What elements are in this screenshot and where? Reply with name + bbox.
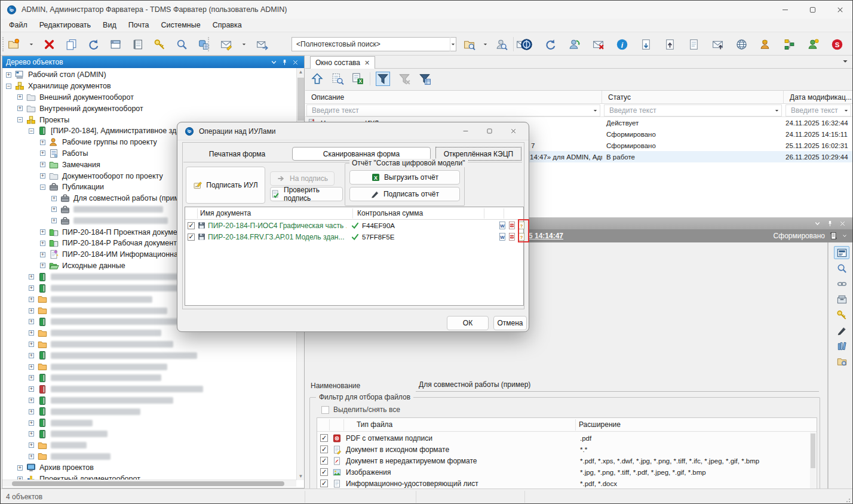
filter-edit-button[interactable]	[418, 72, 432, 86]
fulltext-search-combo[interactable]: <Полнотекстовый поиск>	[292, 37, 456, 51]
expand-toggle[interactable]: +	[17, 106, 23, 111]
sign-report-button[interactable]: Подписать отчёт	[349, 187, 460, 201]
expand-toggle[interactable]: +	[40, 173, 45, 179]
export-report-button[interactable]: X Выгрузить отчёт	[349, 170, 460, 185]
file-type-checkbox[interactable]: ✓	[320, 468, 328, 476]
tree-item-blurred-26[interactable]: +	[2, 361, 296, 373]
delete-button[interactable]	[42, 37, 56, 51]
filter-input-status[interactable]	[605, 106, 772, 115]
chevron-down-icon[interactable]	[842, 58, 849, 65]
expand-toggle[interactable]: +	[29, 398, 34, 403]
tree-item-0[interactable]: +Рабочий стол (ADMIN)	[2, 69, 296, 81]
new-object-button[interactable]	[6, 37, 20, 51]
scroll-down-arrow[interactable]: ▼	[297, 472, 305, 480]
expand-toggle[interactable]: +	[29, 454, 34, 459]
filter-button[interactable]	[376, 72, 390, 86]
doc-download-button[interactable]	[639, 37, 653, 51]
expand-toggle[interactable]: −	[29, 128, 34, 134]
file-type-checkbox[interactable]: ✓	[320, 480, 328, 487]
cancel-button[interactable]: Отмена	[493, 316, 527, 330]
expand-toggle[interactable]: +	[17, 465, 23, 471]
org-tree-button[interactable]	[782, 37, 796, 51]
scrollbar-thumb[interactable]	[12, 481, 284, 486]
close-button[interactable]	[826, 1, 853, 19]
file-type-row[interactable]: ✓Информационно-удостоверяющий лист*.pdf,…	[317, 478, 809, 489]
doc-upload-button[interactable]	[662, 37, 677, 51]
chevron-down-icon[interactable]	[270, 59, 278, 66]
user-crown-button[interactable]	[758, 37, 772, 51]
column-header-description[interactable]: Описание	[305, 91, 602, 104]
expand-toggle[interactable]: +	[29, 442, 34, 448]
document-row[interactable]: ✓ПИР-20-184.FRV.ГЗ.АР.01 Модель здан...5…	[185, 231, 523, 242]
copy-button[interactable]	[64, 37, 78, 51]
expand-toggle[interactable]: −	[40, 185, 45, 190]
menu-item-справка[interactable]: Справка	[207, 20, 248, 30]
column-header-doc-name[interactable]: Имя документа	[200, 209, 251, 217]
file-type-row[interactable]: ✓PDF с отметками подписи.pdf	[317, 432, 809, 444]
expand-toggle[interactable]: +	[17, 94, 23, 100]
pin-icon[interactable]	[281, 59, 289, 66]
dialog-close-button[interactable]	[501, 122, 525, 140]
filter-cell-status[interactable]	[604, 105, 782, 116]
expand-toggle[interactable]: +	[29, 431, 34, 437]
file-type-row[interactable]: ✓Документ в нередактируемом формате*.pdf…	[317, 455, 809, 466]
document-row[interactable]: ✓ПИР-20-184-П-ИОС4 Графическая часть ...…	[185, 220, 523, 231]
word-icon[interactable]: W	[498, 221, 507, 230]
dialog-title-bar[interactable]: Ф Операции над ИУЛами	[177, 122, 529, 140]
expand-toggle[interactable]: +	[51, 207, 57, 212]
tree-item-blurred-33[interactable]: +	[2, 440, 296, 451]
expand-toggle[interactable]: +	[29, 274, 34, 279]
pdf-icon[interactable]: PDF	[508, 221, 516, 230]
expand-toggle[interactable]: +	[29, 386, 34, 392]
minimize-button[interactable]	[771, 1, 799, 19]
expand-toggle[interactable]: +	[29, 375, 34, 380]
folder-search-button[interactable]	[462, 37, 476, 51]
column-header-extension[interactable]: Расширение	[579, 420, 621, 429]
file-type-checkbox[interactable]: ✓	[320, 457, 328, 465]
books-button[interactable]	[834, 339, 849, 352]
search-button[interactable]	[174, 37, 189, 51]
up-button[interactable]	[310, 72, 324, 86]
filter-cell-date[interactable]	[786, 105, 851, 116]
toolbar-grip[interactable]	[208, 37, 210, 51]
tree-item-3[interactable]: +Внутренний документооборот	[2, 103, 296, 114]
archive-button[interactable]	[834, 293, 849, 306]
link-button[interactable]	[834, 277, 849, 290]
chevron-down-icon[interactable]	[772, 103, 781, 118]
tab-printed-form[interactable]: Печатная форма	[184, 147, 290, 161]
pane-splitter[interactable]	[827, 242, 829, 488]
expand-toggle[interactable]: −	[6, 84, 11, 89]
document-checkbox[interactable]: ✓	[188, 233, 195, 241]
menu-item-файл[interactable]: Файл	[3, 20, 33, 30]
user-search-button[interactable]	[494, 37, 508, 51]
excel-export-button[interactable]: X	[351, 72, 365, 86]
resize-grip[interactable]	[846, 497, 852, 503]
word-icon[interactable]: W	[498, 232, 507, 241]
expand-toggle[interactable]: +	[29, 409, 34, 414]
file-type-checkbox[interactable]: ✓	[320, 445, 328, 453]
select-all-checkbox[interactable]	[321, 406, 329, 414]
expand-toggle[interactable]: +	[40, 229, 45, 235]
expand-toggle[interactable]: +	[40, 252, 45, 257]
window-button[interactable]	[108, 37, 122, 51]
ok-button[interactable]: ОК	[447, 316, 489, 330]
chevron-down-icon[interactable]	[814, 220, 821, 228]
document-checkbox[interactable]: ✓	[188, 222, 195, 229]
tree-item-blurred-31[interactable]: +	[2, 417, 296, 429]
info-button[interactable]: i	[615, 37, 629, 51]
tree-item-1[interactable]: −Хранилище документов	[2, 81, 296, 92]
select-all-row[interactable]: Выделить/снять все	[321, 405, 400, 414]
expand-toggle[interactable]: +	[29, 420, 34, 426]
menu-item-редактировать[interactable]: Редактировать	[33, 20, 97, 30]
tree-item-2[interactable]: +Внешний документооборот	[2, 92, 296, 103]
tree-item-blurred-30[interactable]: +	[2, 406, 296, 417]
expand-toggle[interactable]: +	[29, 342, 34, 347]
tab-close-icon[interactable]: ✕	[364, 59, 370, 67]
folder-gear-button[interactable]	[834, 355, 849, 368]
expand-toggle[interactable]: +	[29, 308, 34, 314]
document-title[interactable]: 5 14:14:47	[529, 232, 563, 240]
tree-horizontal-scrollbar[interactable]	[2, 480, 296, 487]
filter-input-description[interactable]	[307, 106, 591, 115]
pin-icon[interactable]	[826, 220, 834, 228]
user-sun-button[interactable]	[806, 37, 820, 51]
